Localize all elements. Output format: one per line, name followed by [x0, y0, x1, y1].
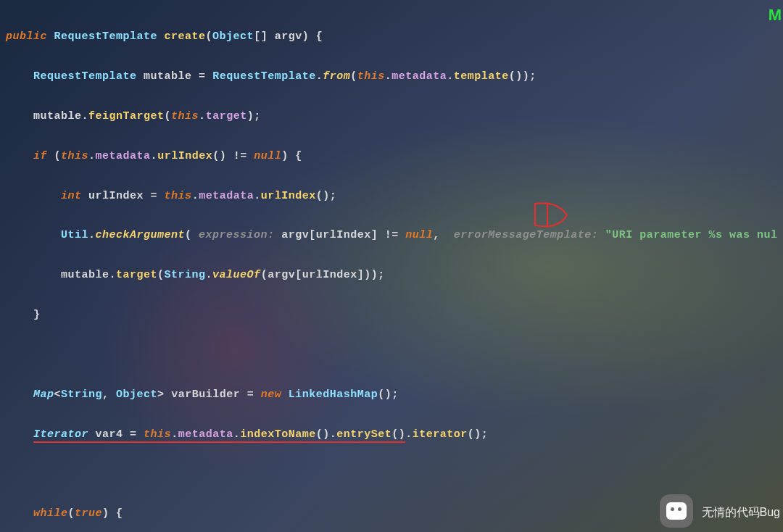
code-line[interactable]: mutable.feignTarget(this.target); — [6, 107, 777, 126]
method-name: create — [165, 30, 206, 43]
watermark-text: 无情的代码Bug — [702, 505, 780, 520]
code-line[interactable]: mutable.target(String.valueOf(argv[urlIn… — [6, 265, 777, 285]
type: RequestTemplate — [54, 30, 158, 43]
code-line[interactable]: Iterator var4 = this.metadata.indexToNam… — [6, 425, 777, 444]
code-line[interactable]: Util.checkArgument( expression: argv[url… — [6, 225, 777, 245]
annotation-shape — [529, 198, 580, 236]
wechat-logo-icon — [660, 494, 693, 528]
keyword: public — [6, 30, 47, 43]
tool-indicator-icon[interactable]: M — [768, 6, 782, 25]
code-line[interactable] — [6, 345, 777, 365]
code-editor[interactable]: public RequestTemplate create(Object[] a… — [0, 0, 783, 532]
code-line[interactable]: } — [6, 305, 777, 325]
code-line[interactable]: int urlIndex = this.metadata.urlIndex(); — [6, 186, 777, 206]
code-line[interactable]: if (this.metadata.urlIndex() != null) { — [6, 146, 777, 166]
code-line[interactable]: Map<String, Object> varBuilder = new Lin… — [6, 385, 777, 404]
code-line[interactable]: RequestTemplate mutable = RequestTemplat… — [6, 67, 777, 86]
code-line[interactable]: public RequestTemplate create(Object[] a… — [6, 27, 777, 46]
code-line[interactable] — [6, 464, 777, 483]
